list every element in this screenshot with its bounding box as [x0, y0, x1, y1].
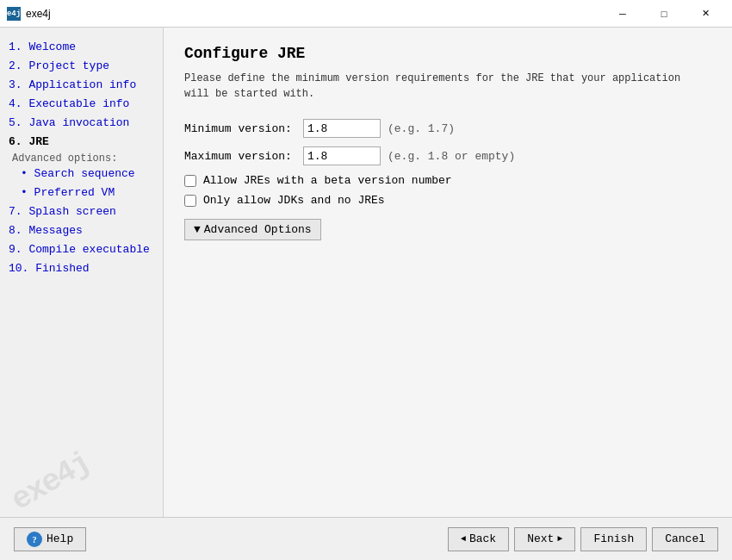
main-window: 1. Welcome 2. Project type 3. Applicatio…: [0, 28, 732, 560]
sidebar-sub-items: • Search sequence • Preferred VM: [21, 165, 154, 202]
maximize-button[interactable]: □: [644, 0, 684, 28]
title-text: exe4j: [26, 8, 51, 20]
sidebar-item-welcome[interactable]: 1. Welcome: [9, 38, 154, 57]
min-version-input[interactable]: [303, 119, 381, 138]
allow-beta-label: Allow JREs with a beta version number: [203, 174, 452, 187]
min-version-row: Minimum version: (e.g. 1.7): [184, 119, 711, 138]
minimize-button[interactable]: ─: [603, 0, 642, 28]
content-area: 1. Welcome 2. Project type 3. Applicatio…: [0, 28, 732, 517]
allow-beta-checkbox[interactable]: [184, 175, 196, 187]
back-label: Back: [469, 532, 496, 545]
checkbox-jdk-row: Only allow JDKs and no JREs: [184, 194, 711, 207]
advanced-options-button[interactable]: ▼ Advanced Options: [184, 219, 321, 240]
sidebar-item-app-info[interactable]: 3. Application info: [9, 76, 154, 95]
bottom-right: ◄ Back Next ► Finish Cancel: [448, 527, 718, 551]
sidebar: 1. Welcome 2. Project type 3. Applicatio…: [0, 28, 164, 517]
sidebar-item-splash[interactable]: 7. Splash screen: [9, 202, 154, 221]
sidebar-item-finished[interactable]: 10. Finished: [9, 259, 154, 278]
watermark: exe4j: [5, 445, 96, 517]
help-icon: ?: [27, 532, 42, 547]
cancel-label: Cancel: [665, 532, 705, 545]
sidebar-item-java-invocation[interactable]: 5. Java invocation: [9, 114, 154, 133]
page-description: Please define the minimum version requir…: [184, 71, 711, 102]
sidebar-item-compile[interactable]: 9. Compile executable: [9, 240, 154, 259]
min-version-hint: (e.g. 1.7): [388, 122, 455, 135]
max-version-row: Maximum version: (e.g. 1.8 or empty): [184, 146, 711, 165]
title-bar-left: e4j exe4j: [7, 7, 51, 21]
next-arrow-icon: ►: [557, 534, 562, 544]
bottom-left: ? Help: [14, 527, 86, 551]
close-button[interactable]: ✕: [685, 0, 725, 28]
cancel-button[interactable]: Cancel: [652, 527, 718, 551]
title-bar: e4j exe4j ─ □ ✕: [0, 0, 732, 28]
page-title: Configure JRE: [184, 45, 711, 62]
bottom-bar: ? Help ◄ Back Next ► Finish Cancel: [0, 517, 732, 560]
sidebar-item-messages[interactable]: 8. Messages: [9, 221, 154, 240]
next-button[interactable]: Next ►: [514, 527, 575, 551]
max-version-input[interactable]: [303, 146, 381, 165]
only-jdk-label: Only allow JDKs and no JREs: [203, 194, 385, 207]
back-arrow-icon: ◄: [461, 534, 466, 544]
next-label: Next: [527, 532, 554, 545]
only-jdk-checkbox[interactable]: [184, 195, 196, 207]
advanced-options-label: Advanced Options: [204, 223, 312, 236]
title-controls: ─ □ ✕: [603, 0, 725, 28]
app-icon: e4j: [7, 7, 21, 21]
help-button[interactable]: ? Help: [14, 527, 86, 551]
main-content: Configure JRE Please define the minimum …: [164, 28, 732, 517]
max-version-hint: (e.g. 1.8 or empty): [388, 150, 515, 163]
sidebar-item-preferred-vm[interactable]: • Preferred VM: [21, 184, 154, 202]
sidebar-item-search-sequence[interactable]: • Search sequence: [21, 165, 154, 184]
help-label: Help: [47, 532, 73, 545]
advanced-options-arrow-icon: ▼: [194, 223, 201, 236]
min-version-label: Minimum version:: [184, 122, 296, 135]
finish-button[interactable]: Finish: [580, 527, 647, 551]
sidebar-advanced-label: Advanced options:: [12, 152, 154, 165]
sidebar-item-jre[interactable]: 6. JRE: [9, 133, 154, 152]
back-button[interactable]: ◄ Back: [448, 527, 509, 551]
max-version-label: Maximum version:: [184, 150, 296, 163]
sidebar-item-project-type[interactable]: 2. Project type: [9, 57, 154, 76]
sidebar-item-exe-info[interactable]: 4. Executable info: [9, 95, 154, 114]
finish-label: Finish: [593, 532, 634, 545]
checkbox-beta-row: Allow JREs with a beta version number: [184, 174, 711, 187]
